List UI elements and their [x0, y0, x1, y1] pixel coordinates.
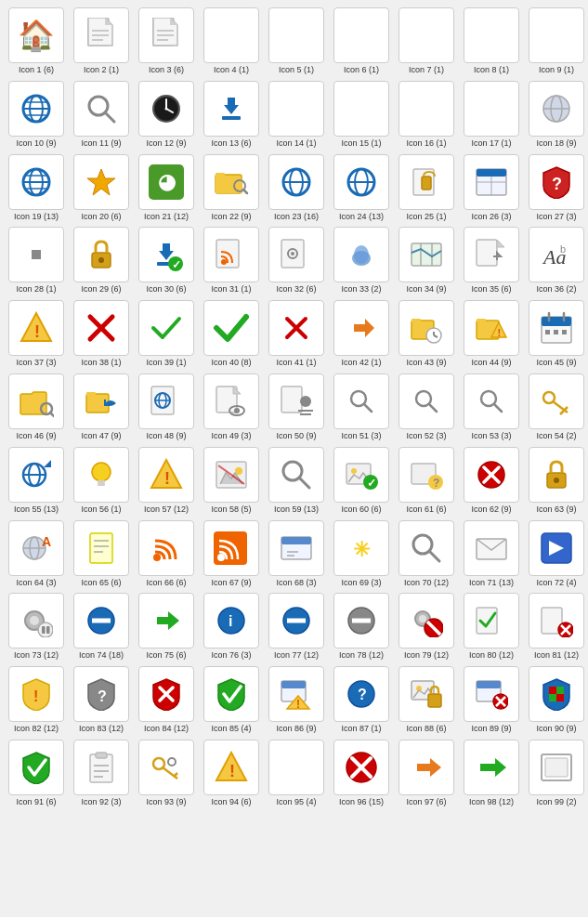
icon-cell-19[interactable]: Icon 19 (13)	[4, 151, 69, 224]
icon-cell-53[interactable]: Icon 53 (3)	[459, 370, 524, 443]
icon-cell-64[interactable]: AIcon 64 (3)	[4, 517, 69, 590]
icon-cell-82[interactable]: !Icon 82 (12)	[4, 662, 69, 736]
icon-cell-12[interactable]: Icon 12 (9)	[134, 77, 199, 151]
icon-cell-55[interactable]: Icon 55 (13)	[4, 443, 69, 517]
icon-cell-93[interactable]: Icon 93 (9)	[134, 736, 199, 809]
icon-cell-84[interactable]: Icon 84 (12)	[134, 662, 199, 736]
icon-cell-69[interactable]: ✳Icon 69 (3)	[329, 517, 394, 590]
icon-cell-25[interactable]: Icon 25 (1)	[394, 151, 459, 224]
icon-cell-72[interactable]: Icon 72 (4)	[524, 517, 588, 590]
icon-cell-16[interactable]: Icon 16 (1)	[394, 77, 459, 151]
icon-cell-70[interactable]: Icon 70 (12)	[394, 517, 459, 590]
icon-cell-4[interactable]: Icon 4 (1)	[199, 4, 264, 77]
icon-cell-76[interactable]: iIcon 76 (3)	[199, 589, 264, 662]
icon-cell-67[interactable]: Icon 67 (9)	[199, 517, 264, 590]
icon-cell-34[interactable]: Icon 34 (9)	[394, 223, 459, 296]
icon-cell-90[interactable]: Icon 90 (9)	[524, 662, 588, 736]
icon-cell-50[interactable]: Icon 50 (9)	[264, 370, 329, 443]
icon-cell-26[interactable]: Icon 26 (3)	[459, 151, 524, 224]
icon-cell-61[interactable]: ?Icon 61 (6)	[394, 443, 459, 517]
icon-cell-22[interactable]: Icon 22 (9)	[199, 151, 264, 224]
icon-cell-78[interactable]: Icon 78 (12)	[329, 589, 394, 662]
icon-cell-79[interactable]: Icon 79 (12)	[394, 589, 459, 662]
icon-cell-97[interactable]: Icon 97 (6)	[394, 736, 459, 809]
icon-box-71	[464, 520, 519, 576]
icon-cell-47[interactable]: Icon 47 (9)	[69, 370, 134, 443]
icon-cell-85[interactable]: Icon 85 (4)	[199, 662, 264, 736]
icon-cell-20[interactable]: Icon 20 (6)	[69, 151, 134, 224]
icon-cell-89[interactable]: Icon 89 (9)	[459, 662, 524, 736]
icon-cell-95[interactable]: Icon 95 (4)	[264, 736, 329, 809]
icon-cell-10[interactable]: Icon 10 (9)	[4, 77, 69, 151]
icon-cell-73[interactable]: Icon 73 (12)	[4, 589, 69, 662]
icon-cell-37[interactable]: !Icon 37 (3)	[4, 296, 69, 370]
icon-cell-74[interactable]: Icon 74 (18)	[69, 589, 134, 662]
icon-cell-46[interactable]: Icon 46 (9)	[4, 370, 69, 443]
icon-cell-39[interactable]: Icon 39 (1)	[134, 296, 199, 370]
icon-cell-14[interactable]: Icon 14 (1)	[264, 77, 329, 151]
icon-cell-24[interactable]: Icon 24 (13)	[329, 151, 394, 224]
icon-cell-58[interactable]: Icon 58 (5)	[199, 443, 264, 517]
icon-cell-17[interactable]: Icon 17 (1)	[459, 77, 524, 151]
icon-cell-27[interactable]: ?Icon 27 (3)	[524, 151, 588, 224]
icon-cell-11[interactable]: Icon 11 (9)	[69, 77, 134, 151]
icon-cell-59[interactable]: Icon 59 (13)	[264, 443, 329, 517]
icon-cell-21[interactable]: ◕Icon 21 (12)	[134, 151, 199, 224]
icon-cell-81[interactable]: Icon 81 (12)	[524, 589, 588, 662]
icon-cell-60[interactable]: ✓Icon 60 (6)	[329, 443, 394, 517]
icon-cell-77[interactable]: Icon 77 (12)	[264, 589, 329, 662]
icon-cell-96[interactable]: Icon 96 (15)	[329, 736, 394, 809]
icon-cell-62[interactable]: Icon 62 (9)	[459, 443, 524, 517]
icon-cell-42[interactable]: Icon 42 (1)	[329, 296, 394, 370]
icon-cell-38[interactable]: Icon 38 (1)	[69, 296, 134, 370]
icon-cell-32[interactable]: Icon 32 (6)	[264, 223, 329, 296]
icon-cell-75[interactable]: Icon 75 (6)	[134, 589, 199, 662]
icon-cell-88[interactable]: Icon 88 (6)	[394, 662, 459, 736]
icon-cell-92[interactable]: Icon 92 (3)	[69, 736, 134, 809]
icon-cell-91[interactable]: Icon 91 (6)	[4, 736, 69, 809]
icon-cell-9[interactable]: Icon 9 (1)	[524, 4, 588, 77]
icon-cell-86[interactable]: !Icon 86 (9)	[264, 662, 329, 736]
icon-cell-8[interactable]: Icon 8 (1)	[459, 4, 524, 77]
icon-cell-6[interactable]: Icon 6 (1)	[329, 4, 394, 77]
icon-cell-44[interactable]: !Icon 44 (9)	[459, 296, 524, 370]
icon-cell-7[interactable]: Icon 7 (1)	[394, 4, 459, 77]
icon-cell-5[interactable]: Icon 5 (1)	[264, 4, 329, 77]
icon-cell-35[interactable]: Icon 35 (6)	[459, 223, 524, 296]
icon-cell-87[interactable]: ?Icon 87 (1)	[329, 662, 394, 736]
icon-cell-49[interactable]: Icon 49 (3)	[199, 370, 264, 443]
icon-cell-31[interactable]: Icon 31 (1)	[199, 223, 264, 296]
icon-cell-1[interactable]: 🏠Icon 1 (6)	[4, 4, 69, 77]
icon-cell-48[interactable]: Icon 48 (9)	[134, 370, 199, 443]
icon-cell-18[interactable]: Icon 18 (9)	[524, 77, 588, 151]
icon-cell-43[interactable]: Icon 43 (9)	[394, 296, 459, 370]
icon-cell-94[interactable]: !Icon 94 (6)	[199, 736, 264, 809]
icon-cell-36[interactable]: AabIcon 36 (2)	[524, 223, 588, 296]
icon-cell-80[interactable]: Icon 80 (12)	[459, 589, 524, 662]
icon-cell-13[interactable]: Icon 13 (6)	[199, 77, 264, 151]
icon-cell-56[interactable]: Icon 56 (1)	[69, 443, 134, 517]
icon-cell-99[interactable]: Icon 99 (2)	[524, 736, 588, 809]
icon-cell-30[interactable]: ✓Icon 30 (6)	[134, 223, 199, 296]
icon-cell-68[interactable]: Icon 68 (3)	[264, 517, 329, 590]
icon-cell-23[interactable]: Icon 23 (16)	[264, 151, 329, 224]
icon-cell-63[interactable]: Icon 63 (9)	[524, 443, 588, 517]
icon-cell-52[interactable]: Icon 52 (3)	[394, 370, 459, 443]
icon-cell-28[interactable]: Icon 28 (1)	[4, 223, 69, 296]
icon-cell-3[interactable]: Icon 3 (6)	[134, 4, 199, 77]
icon-cell-2[interactable]: Icon 2 (1)	[69, 4, 134, 77]
icon-cell-51[interactable]: Icon 51 (3)	[329, 370, 394, 443]
icon-cell-45[interactable]: Icon 45 (9)	[524, 296, 588, 370]
icon-cell-41[interactable]: Icon 41 (1)	[264, 296, 329, 370]
icon-cell-54[interactable]: Icon 54 (2)	[524, 370, 588, 443]
icon-cell-33[interactable]: Icon 33 (2)	[329, 223, 394, 296]
icon-cell-29[interactable]: Icon 29 (6)	[69, 223, 134, 296]
icon-cell-71[interactable]: Icon 71 (13)	[459, 517, 524, 590]
icon-cell-15[interactable]: Icon 15 (1)	[329, 77, 394, 151]
icon-cell-40[interactable]: Icon 40 (8)	[199, 296, 264, 370]
icon-cell-57[interactable]: !Icon 57 (12)	[134, 443, 199, 517]
icon-cell-66[interactable]: Icon 66 (6)	[134, 517, 199, 590]
icon-cell-65[interactable]: Icon 65 (6)	[69, 517, 134, 590]
icon-cell-83[interactable]: ?Icon 83 (12)	[69, 662, 134, 736]
icon-cell-98[interactable]: Icon 98 (12)	[459, 736, 524, 809]
